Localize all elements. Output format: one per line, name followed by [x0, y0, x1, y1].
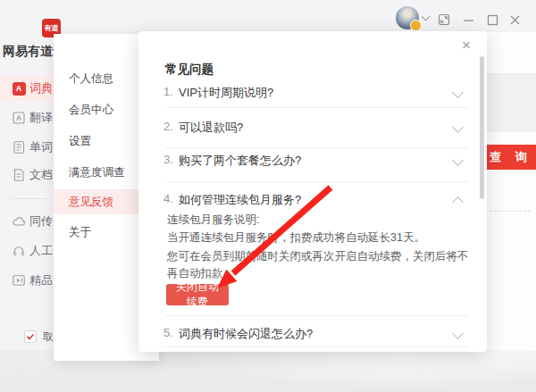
- divider: [165, 107, 469, 108]
- faq-answer-line: 当开通连续包月服务时，扣费成功将自动延长31天。: [167, 230, 425, 246]
- wordbook-icon: [12, 140, 26, 154]
- sidebar-item-words[interactable]: 单词: [0, 135, 55, 160]
- faq-question: 词典有时候会闪退怎么办?: [179, 326, 313, 342]
- faq-question: 如何管理连续包月服务?: [179, 192, 301, 208]
- faq-question: 可以退款吗?: [179, 120, 243, 136]
- fullscreen-button[interactable]: [437, 13, 451, 27]
- divider: [165, 181, 469, 182]
- maximize-button[interactable]: [485, 13, 499, 27]
- divider: [165, 315, 469, 316]
- menu-item-label: 会员中心: [69, 103, 113, 118]
- dialog-scrollbar[interactable]: [480, 56, 484, 199]
- sidebar-item-label: 同传: [29, 213, 53, 229]
- sidebar-item-label: 人工: [29, 243, 53, 259]
- menu-item-label: 设置: [69, 134, 91, 149]
- sidebar-item-label: 词典: [29, 80, 53, 96]
- fullscreen-icon: [438, 13, 450, 26]
- faq-question: 购买了两个套餐怎么办?: [179, 153, 301, 169]
- faq-number: 4.: [163, 192, 179, 205]
- faq-answer-line: 连续包月服务说明:: [167, 213, 259, 228]
- close-window-button[interactable]: [507, 13, 522, 27]
- minimize-button[interactable]: [461, 13, 475, 27]
- faq-item-2[interactable]: 2. 可以退款吗?: [163, 120, 462, 136]
- menu-item-label: 意见反馈: [69, 195, 113, 210]
- sidebar-item-label: 精品: [29, 272, 53, 288]
- sidebar-item-translate[interactable]: A 翻译: [0, 105, 55, 130]
- svg-text:A: A: [16, 113, 21, 122]
- sidebar-item-label: 单词: [29, 139, 53, 155]
- faq-number: 1.: [163, 85, 179, 98]
- search-query-button[interactable]: 查 询: [482, 145, 536, 170]
- sidebar-item-dictionary[interactable]: A 词典: [0, 76, 55, 101]
- sidebar-item-premium[interactable]: 精品: [0, 268, 55, 293]
- faq-number: 5.: [163, 326, 179, 339]
- faq-answer-line: 您可在会员到期前随时关闭或再次开启自动续费，关闭后将不再自动扣款。: [167, 248, 475, 282]
- faq-item-3[interactable]: 3. 购买了两个套餐怎么办?: [163, 153, 462, 169]
- faq-question: VIP计时周期说明?: [179, 85, 273, 101]
- maximize-icon: [487, 14, 498, 26]
- translate-icon: A: [12, 111, 26, 125]
- faq-number: 3.: [163, 153, 179, 166]
- sidebar-item-documents[interactable]: 文档: [0, 163, 55, 188]
- play-course-icon: [12, 273, 26, 288]
- dictionary-icon: A: [12, 81, 26, 96]
- dashed-divider: [490, 211, 531, 212]
- faq-item-4[interactable]: 4. 如何管理连续包月服务?: [163, 192, 462, 208]
- sidebar-item-human-translate[interactable]: 人工: [0, 238, 55, 263]
- sidebar-divider: [11, 198, 46, 199]
- checkbox-checked-icon[interactable]: [24, 330, 37, 343]
- sidebar-item-interpretation[interactable]: 同传: [0, 209, 55, 234]
- divider: [165, 346, 469, 347]
- menu-item-label: 关于: [69, 225, 91, 240]
- dialog-close-icon[interactable]: ×: [458, 37, 474, 53]
- close-icon: [509, 14, 521, 26]
- menu-item-label: 个人信息: [69, 71, 113, 87]
- vip-badge-icon: [410, 20, 422, 31]
- faq-dialog: × 常见问题 1. VIP计时周期说明? 2. 可以退款吗? 3. 购买了两个套…: [138, 31, 487, 352]
- background-panel: [487, 73, 536, 132]
- cloud-icon: [12, 214, 26, 229]
- minimize-icon: [463, 14, 474, 26]
- dialog-title: 常见问题: [165, 62, 214, 78]
- headset-icon: [12, 244, 26, 258]
- sidebar-item-label: 翻译: [29, 110, 53, 126]
- faq-item-1[interactable]: 1. VIP计时周期说明?: [163, 85, 462, 101]
- document-icon: [12, 168, 26, 182]
- cancel-auto-renew-button[interactable]: 关闭自动续费: [166, 284, 229, 305]
- sidebar-item-label: 文档: [29, 167, 53, 183]
- faq-number: 2.: [163, 120, 179, 133]
- app-window: 有道 网易有道词典 A 词典 A 翻译: [0, 0, 536, 392]
- faq-item-5[interactable]: 5. 词典有时候会闪退怎么办?: [163, 326, 462, 342]
- menu-item-label: 满意度调查: [69, 165, 125, 180]
- divider: [165, 147, 469, 148]
- avatar-chevron-down-icon[interactable]: [422, 13, 431, 21]
